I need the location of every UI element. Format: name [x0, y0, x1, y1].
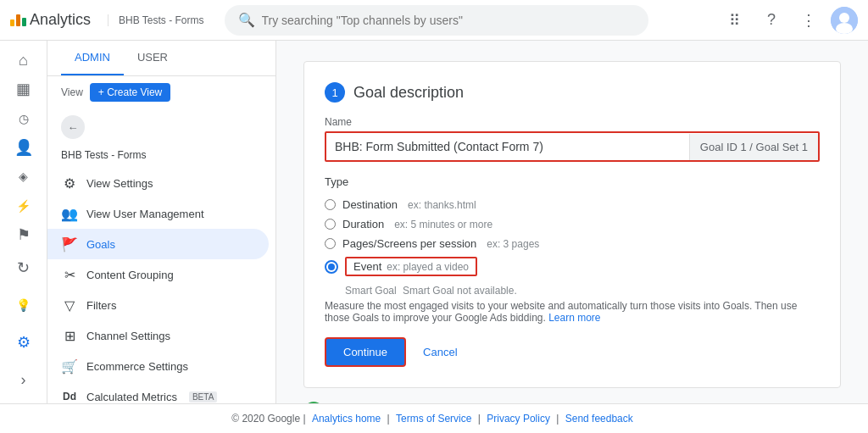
feedback-link[interactable]: Send feedback: [565, 413, 633, 425]
goal-id-badge: Goal ID 1 / Goal Set 1: [689, 134, 818, 160]
avatar[interactable]: [831, 7, 858, 34]
pages-example: ex: 3 pages: [487, 238, 539, 250]
smart-goal-label: Smart Goal: [345, 285, 397, 297]
terms-link[interactable]: Terms of Service: [396, 413, 471, 425]
smart-goal-text: Smart Goal not available.: [403, 285, 517, 297]
sidebar-item-user-management[interactable]: 👥 View User Management: [47, 198, 269, 229]
radio-duration[interactable]: Duration ex: 5 minutes or more: [325, 214, 820, 234]
sidebar: ADMIN USER View + Create View ← BHB Test…: [47, 41, 276, 403]
privacy-link[interactable]: Privacy Policy: [487, 413, 550, 425]
copyright: © 2020 Google: [231, 413, 300, 425]
grouping-icon: ✂: [61, 266, 78, 283]
event-label: Event: [353, 260, 381, 273]
beta-badge: BETA: [189, 391, 217, 402]
type-label: Type: [325, 175, 820, 188]
apps-icon[interactable]: ⠿: [719, 5, 749, 36]
learn-more-link[interactable]: Learn more: [548, 312, 600, 324]
search-icon: 🔍: [238, 12, 255, 28]
measure-text: Measure the most engaged visits to your …: [325, 300, 820, 324]
logo: Analytics: [10, 11, 97, 29]
radio-pages[interactable]: Pages/Screens per session ex: 3 pages: [325, 234, 820, 253]
search-bar[interactable]: 🔍: [225, 5, 648, 36]
sidebar-item-label: Filters: [86, 299, 116, 312]
calc-icon: Dd: [61, 388, 78, 403]
logo-bars: [10, 14, 26, 26]
section-title: Goal description: [353, 84, 464, 102]
duration-label: Duration: [342, 218, 384, 230]
view-label: View: [61, 86, 83, 98]
smart-goal-row: Smart Goal Smart Goal not available.: [345, 285, 820, 297]
tab-user[interactable]: USER: [124, 41, 181, 75]
sidebar-item-label: View User Management: [86, 208, 204, 220]
destination-label: Destination: [342, 198, 398, 211]
sidebar-item-label: Goals: [86, 238, 115, 251]
radio-destination-input[interactable]: [325, 199, 336, 210]
sidebar-item-channel-settings[interactable]: ⊞ Channel Settings: [47, 320, 269, 351]
sidebar-item-view-settings[interactable]: ⚙ View Settings: [47, 168, 269, 198]
left-nav: ⌂ ▦ ◷ 👤 ◈ ⚡ ⚑ ↻ 💡 ⚙ ›: [0, 41, 47, 403]
sidebar-account: BHB Tests - Forms: [47, 146, 275, 168]
name-label: Name: [325, 116, 820, 128]
ecommerce-icon: 🛒: [61, 358, 78, 375]
sidebar-item-calculated-metrics[interactable]: Dd Calculated Metrics BETA: [47, 381, 269, 403]
user-icon[interactable]: 👤: [7, 135, 41, 160]
settings-icon: ⚙: [61, 175, 78, 192]
sidebar-item-content-grouping[interactable]: ✂ Content Grouping: [47, 259, 269, 290]
sidebar-item-label: Calculated Metrics: [86, 391, 177, 403]
radio-destination[interactable]: Destination ex: thanks.html: [325, 195, 820, 214]
sidebar-item-goals[interactable]: 🚩 Goals: [47, 229, 269, 259]
event-label-box: Event ex: played a video: [345, 257, 477, 276]
event-example: ex: played a video: [387, 261, 469, 273]
flag-icon[interactable]: ⚑: [7, 222, 41, 247]
create-view-button[interactable]: + Create View: [90, 83, 171, 102]
lightbulb-icon[interactable]: 💡: [7, 288, 41, 322]
pages-label: Pages/Screens per session: [342, 237, 476, 250]
users-icon: 👥: [61, 205, 78, 222]
search-input[interactable]: [262, 14, 635, 27]
content-area: 1 Goal description Name Goal ID 1 / Goal…: [276, 41, 868, 403]
radio-pages-input[interactable]: [325, 238, 336, 249]
acquisition-icon[interactable]: ◈: [7, 164, 41, 189]
section-header: 1 Goal description: [325, 82, 820, 103]
topbar-right: ⠿ ? ⋮: [719, 5, 858, 36]
sidebar-item-label: Channel Settings: [86, 330, 170, 342]
sidebar-item-filters[interactable]: ▽ Filters: [47, 290, 269, 320]
goal-description-card: 1 Goal description Name Goal ID 1 / Goal…: [303, 61, 841, 388]
cancel-button[interactable]: Cancel: [413, 339, 467, 365]
radio-event-row[interactable]: Event ex: played a video: [325, 253, 820, 280]
destination-example: ex: thanks.html: [408, 199, 476, 211]
svg-point-1: [839, 13, 849, 23]
radio-dot-inner: [328, 264, 335, 270]
settings-icon[interactable]: ⚙: [7, 325, 41, 359]
radio-duration-input[interactable]: [325, 219, 336, 230]
name-input-row: Goal ID 1 / Goal Set 1: [325, 131, 820, 162]
filter-icon: ▽: [61, 297, 78, 314]
sidebar-item-ecommerce-settings[interactable]: 🛒 Ecommerce Settings: [47, 351, 269, 381]
step-circle: 1: [325, 82, 345, 103]
sidebar-item-label: Ecommerce Settings: [86, 360, 188, 373]
expand-icon[interactable]: ›: [7, 363, 41, 397]
radio-dot: [325, 260, 338, 274]
account-info: BHB Tests - Forms: [108, 14, 203, 26]
continue-button[interactable]: Continue: [325, 337, 406, 367]
footer: © 2020 Google | Analytics home | Terms o…: [0, 403, 868, 433]
channel-icon: ⊞: [61, 327, 78, 344]
topbar: Analytics BHB Tests - Forms 🔍 ⠿ ? ⋮: [0, 0, 868, 41]
analytics-home-link[interactable]: Analytics home: [312, 413, 381, 425]
duration-example: ex: 5 minutes or more: [394, 219, 492, 230]
goal-flag-icon: 🚩: [61, 236, 78, 253]
home-icon[interactable]: ⌂: [7, 47, 41, 73]
more-icon[interactable]: ⋮: [793, 5, 824, 36]
sidebar-view-row: View + Create View: [47, 76, 275, 108]
tab-admin[interactable]: ADMIN: [61, 41, 124, 75]
sidebar-item-label: Content Grouping: [86, 269, 174, 281]
dashboard-icon[interactable]: ▦: [7, 76, 41, 102]
back-button[interactable]: ←: [61, 115, 85, 139]
action-buttons: Continue Cancel: [325, 337, 820, 367]
app-title: Analytics: [30, 11, 91, 29]
goal-name-input[interactable]: [326, 133, 689, 160]
refresh-icon[interactable]: ↻: [7, 251, 41, 285]
clock-icon[interactable]: ◷: [7, 106, 41, 131]
help-icon[interactable]: ?: [756, 5, 787, 36]
behavior-icon[interactable]: ⚡: [7, 192, 41, 218]
